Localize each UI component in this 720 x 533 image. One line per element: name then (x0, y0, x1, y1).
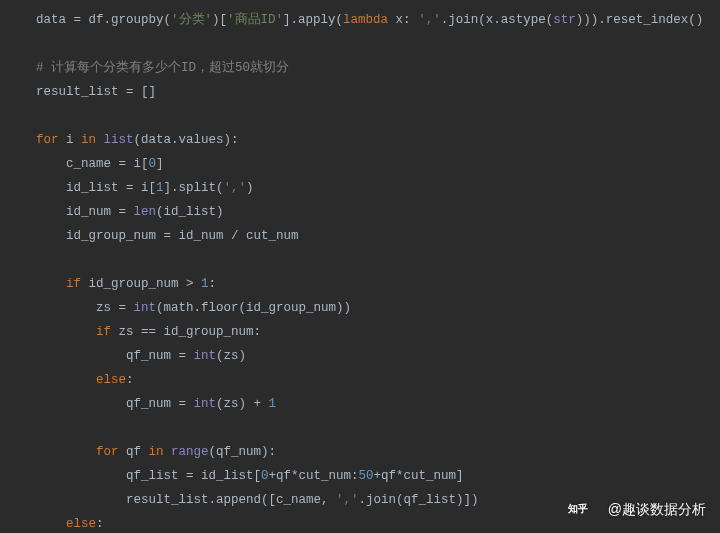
token-kw: lambda (343, 13, 388, 27)
code-content: qf_num = int(zs) (28, 344, 246, 368)
token-text: : (209, 277, 217, 291)
code-line: for i in list(data.values): (0, 128, 720, 152)
token-text: : (126, 373, 134, 387)
code-content: for i in list(data.values): (28, 128, 239, 152)
token-builtin: range (171, 445, 209, 459)
code-content: else: (28, 512, 104, 533)
token-text: ].apply( (283, 13, 343, 27)
code-line (0, 32, 720, 56)
token-text: qf_num = (126, 397, 194, 411)
code-line: if id_group_num > 1: (0, 272, 720, 296)
code-line: # 计算每个分类有多少个ID，超过50就切分 (0, 56, 720, 80)
token-str: '分类' (171, 13, 212, 27)
code-content: # 计算每个分类有多少个ID，超过50就切分 (28, 56, 289, 80)
token-num: 1 (201, 277, 209, 291)
token-num: 1 (269, 397, 277, 411)
code-line (0, 248, 720, 272)
token-text: qf_list = id_list[ (126, 469, 261, 483)
code-content: id_group_num = id_num / cut_num (28, 224, 299, 248)
token-text: qf (119, 445, 149, 459)
code-content: if id_group_num > 1: (28, 272, 216, 296)
code-content: for qf in range(qf_num): (28, 440, 276, 464)
token-kw: in (81, 133, 96, 147)
code-content: qf_list = id_list[0+qf*cut_num:50+qf*cut… (28, 464, 464, 488)
token-text: .join(x.astype( (441, 13, 554, 27)
code-line: for qf in range(qf_num): (0, 440, 720, 464)
zhihu-logo-text: 知乎 (568, 503, 588, 514)
token-text: c_name = i[ (66, 157, 149, 171)
code-line: if zs == id_group_num: (0, 320, 720, 344)
code-content: result_list.append([c_name, ','.join(qf_… (28, 488, 479, 512)
token-text: )[ (212, 13, 227, 27)
token-text: : (96, 517, 104, 531)
token-text: (id_list) (156, 205, 224, 219)
code-line: id_list = i[1].split(',') (0, 176, 720, 200)
token-text (96, 133, 104, 147)
token-text: (data.values): (134, 133, 239, 147)
token-text: id_group_num > (81, 277, 201, 291)
code-line: qf_num = int(zs) (0, 344, 720, 368)
token-str: ',' (336, 493, 359, 507)
watermark-author: @趣谈数据分析 (608, 497, 706, 521)
token-builtin: int (194, 397, 217, 411)
token-num: 0 (149, 157, 157, 171)
token-text: result_list.append([c_name, (126, 493, 336, 507)
code-content: c_name = i[0] (28, 152, 164, 176)
token-kw: for (36, 133, 59, 147)
code-line: else: (0, 368, 720, 392)
code-content (28, 248, 66, 272)
token-kw: for (96, 445, 119, 459)
token-num: 0 (261, 469, 269, 483)
token-str: '商品ID' (227, 13, 283, 27)
zhihu-logo-icon: 知乎 (568, 501, 602, 517)
code-line (0, 104, 720, 128)
token-text: ) (246, 181, 254, 195)
token-text: (qf_num): (209, 445, 277, 459)
code-content: zs = int(math.floor(id_group_num)) (28, 296, 351, 320)
code-content: id_list = i[1].split(',') (28, 176, 254, 200)
token-text: (zs) + (216, 397, 269, 411)
code-content: id_num = len(id_list) (28, 200, 224, 224)
code-line: result_list = [] (0, 80, 720, 104)
token-text: ))).reset_index() (576, 13, 704, 27)
token-text: zs = (96, 301, 134, 315)
code-line: c_name = i[0] (0, 152, 720, 176)
code-line: qf_num = int(zs) + 1 (0, 392, 720, 416)
token-text: id_num = (66, 205, 134, 219)
token-kw: else (96, 373, 126, 387)
token-builtin: str (553, 13, 576, 27)
token-text: id_list = i[ (66, 181, 156, 195)
token-text: ].split( (164, 181, 224, 195)
code-content (28, 416, 96, 440)
code-content: if zs == id_group_num: (28, 320, 261, 344)
code-line: data = df.groupby('分类')['商品ID'].apply(la… (0, 8, 720, 32)
token-text: x: (388, 13, 418, 27)
token-str: ',' (418, 13, 441, 27)
token-text: .join(qf_list)]) (359, 493, 479, 507)
token-kw: if (96, 325, 111, 339)
code-line: id_group_num = id_num / cut_num (0, 224, 720, 248)
token-text: i (59, 133, 82, 147)
code-line: id_num = len(id_list) (0, 200, 720, 224)
token-kw: in (149, 445, 164, 459)
token-kw: if (66, 277, 81, 291)
token-num: 1 (156, 181, 164, 195)
code-line (0, 416, 720, 440)
token-text: +qf*cut_num: (269, 469, 359, 483)
token-kw: else (66, 517, 96, 531)
token-text: +qf*cut_num] (374, 469, 464, 483)
code-content: else: (28, 368, 134, 392)
token-builtin: int (134, 301, 157, 315)
token-text: (math.floor(id_group_num)) (156, 301, 351, 315)
token-text: qf_num = (126, 349, 194, 363)
code-content: qf_num = int(zs) + 1 (28, 392, 276, 416)
code-content: data = df.groupby('分类')['商品ID'].apply(la… (28, 8, 703, 32)
token-builtin: len (134, 205, 157, 219)
watermark: 知乎 @趣谈数据分析 (568, 497, 706, 521)
token-text: (zs) (216, 349, 246, 363)
token-num: 50 (359, 469, 374, 483)
token-text: id_group_num = id_num / cut_num (66, 229, 299, 243)
token-text (164, 445, 172, 459)
token-text: result_list = [] (36, 85, 156, 99)
token-builtin: list (104, 133, 134, 147)
